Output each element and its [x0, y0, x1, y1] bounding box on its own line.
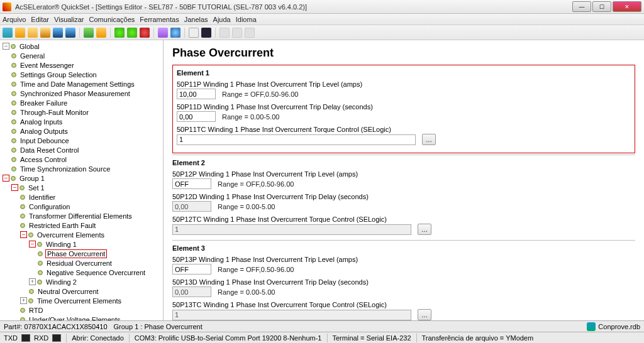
tree-item[interactable]: Winding 2	[45, 278, 78, 286]
element-1: Element 1 50P11P Winding 1 Phase Inst Ov…	[172, 65, 635, 153]
tree-item[interactable]: Analog Inputs	[19, 118, 64, 126]
50p12p-input[interactable]	[172, 178, 211, 189]
tree-group1[interactable]: Group 1	[18, 175, 46, 182]
new-icon[interactable]	[15, 28, 25, 38]
field-label: 50P11P Winding 1 Phase Inst Overcurrent …	[177, 80, 631, 88]
tree-set1[interactable]: Set 1	[27, 184, 46, 192]
tree-item[interactable]: Analog Outputs	[19, 128, 69, 135]
book-icon[interactable]	[96, 28, 106, 38]
txd-label: TXD	[4, 334, 18, 342]
field-label: 50P11D Winding 1 Phase Inst Overcurrent …	[177, 103, 631, 111]
field-label: 50P13P Winding 1 Phase Inst Overcurrent …	[172, 256, 635, 263]
tool1-icon[interactable]	[219, 28, 230, 38]
tree-winding1[interactable]: Winding 1	[45, 241, 78, 248]
tool3-icon[interactable]	[245, 28, 255, 38]
transfer-mode: Transferência de arquivo = YModem	[422, 334, 534, 342]
app-icon	[3, 3, 11, 11]
breadcrumb: Group 1 : Phase Overcurrent	[114, 323, 203, 330]
tree-item[interactable]: Time Synchronization Source	[19, 165, 111, 173]
tree-item[interactable]: RTD	[28, 307, 44, 314]
tree-item[interactable]: Settings Group Selection	[19, 71, 98, 79]
settings-tree[interactable]: –Global General Event Messenger Settings…	[0, 40, 164, 320]
field-label: 50P13TC Winding 1 Phase Inst Overcurrent…	[172, 301, 635, 308]
tree-item[interactable]: Synchronized Phasor Measurement	[19, 90, 131, 97]
element-3: Element 3 50P13P Winding 1 Phase Inst Ov…	[172, 240, 635, 320]
toolbar	[0, 25, 644, 40]
selogic-builder-button[interactable]: …	[418, 224, 431, 235]
tree-item[interactable]: Breaker Failure	[19, 99, 69, 107]
page-title: Phase Overcurrent	[172, 46, 635, 60]
play-icon[interactable]	[114, 28, 125, 38]
range-text: Range = 0.00-5.00	[218, 203, 275, 210]
menu-ajuda[interactable]: Ajuda	[213, 16, 231, 23]
tree-item[interactable]: Time and Date Management Settings	[19, 80, 136, 88]
selogic-builder-button[interactable]: …	[418, 309, 431, 320]
50p11d-input[interactable]	[177, 111, 216, 122]
menu-arquivo[interactable]: Arquivo	[3, 16, 26, 23]
tree-global[interactable]: Global	[18, 43, 41, 50]
copy-icon[interactable]	[28, 28, 38, 38]
terminal-icon[interactable]	[201, 28, 211, 38]
tree-item[interactable]: Data Reset Control	[19, 146, 80, 154]
conprove-icon	[587, 322, 596, 331]
tree-item[interactable]: Access Control	[19, 156, 68, 163]
range-text: Range = 0.00-5.00	[222, 113, 279, 121]
launch-icon[interactable]	[84, 28, 94, 38]
tree-item[interactable]: Residual Overcurrent	[45, 259, 113, 267]
element-title: Element 3	[172, 244, 635, 252]
play2-icon[interactable]	[127, 28, 137, 38]
minimize-button[interactable]: —	[572, 1, 591, 12]
tool2-icon[interactable]	[232, 28, 242, 38]
tree-item[interactable]: Through-Fault Monitor	[19, 109, 90, 116]
menu-visualizar[interactable]: Visualizar	[54, 16, 84, 23]
tree-phase-overcurrent[interactable]: Phase Overcurrent	[45, 249, 107, 258]
menu-idioma[interactable]: Idioma	[236, 16, 257, 23]
connection-status: Abrir: Conectado	[72, 334, 124, 342]
field-label: 50P12P Winding 1 Phase Inst Overcurrent …	[172, 170, 635, 178]
maximize-button[interactable]: ☐	[592, 1, 611, 12]
title-bar: AcSELerator® QuickSet - [Settings Editor…	[0, 0, 644, 14]
menu-ferramentas[interactable]: Ferramentas	[140, 16, 179, 23]
status-bar-1: Part#: 07870X1ACACX1X850410 Group 1 : Ph…	[0, 320, 644, 332]
gauge-icon[interactable]	[189, 28, 199, 38]
part-number: Part#: 07870X1ACACX1X850410	[4, 323, 108, 330]
refresh-icon[interactable]	[3, 28, 13, 38]
tree-item[interactable]: Negative Sequence Overcurrent	[45, 269, 147, 276]
status-bar-2: TXD RXD Abrir: Conectado COM3: Prolific …	[0, 332, 644, 343]
tree-item[interactable]: Under/Over Voltage Elements	[28, 316, 122, 321]
globe-icon[interactable]	[170, 28, 180, 38]
wizard-icon[interactable]	[158, 28, 168, 38]
tree-overcurrent-elements[interactable]: Overcurrent Elements	[36, 231, 106, 239]
50p11p-input[interactable]	[177, 89, 216, 99]
tree-item[interactable]: Transformer Differential Elements	[28, 212, 133, 220]
50p13tc-input	[172, 310, 411, 320]
menu-editar[interactable]: Editar	[31, 16, 49, 23]
conprove-badge: Conprove.rdb	[587, 322, 640, 331]
range-text: Range = OFF,0.50-96.00	[222, 90, 298, 98]
tree-item[interactable]: General	[19, 52, 46, 60]
tree-item[interactable]: Restricted Earth Fault	[28, 222, 97, 229]
menu-janelas[interactable]: Janelas	[184, 16, 208, 23]
menu-bar: Arquivo Editar Visualizar Comunicações F…	[0, 14, 644, 25]
tree-item[interactable]: Input Debounce	[19, 137, 70, 144]
save-icon[interactable]	[53, 28, 63, 38]
rxd-label: RXD	[34, 334, 48, 342]
stop-icon[interactable]	[140, 28, 150, 38]
save-all-icon[interactable]	[65, 28, 75, 38]
tree-item[interactable]: Time Overcurrent Elements	[36, 297, 123, 305]
open-icon[interactable]	[40, 28, 50, 38]
content-pane: Phase Overcurrent Element 1 50P11P Windi…	[164, 40, 644, 320]
tree-item[interactable]: Identifier	[28, 193, 57, 201]
selogic-builder-button[interactable]: …	[422, 134, 436, 145]
50p11tc-input[interactable]	[177, 134, 416, 145]
50p13p-input[interactable]	[172, 264, 211, 275]
50p12d-input	[172, 201, 211, 212]
field-label: 50P11TC Winding 1 Phase Inst Overcurrent…	[177, 126, 631, 133]
tree-item[interactable]: Configuration	[28, 203, 71, 210]
menu-comunicacoes[interactable]: Comunicações	[89, 16, 135, 23]
range-text: Range = OFF,0.50-96.00	[218, 266, 294, 273]
tree-item[interactable]: Neutral Overcurrent	[36, 288, 100, 295]
tree-item[interactable]: Event Messenger	[19, 62, 75, 69]
close-button[interactable]: ✕	[613, 1, 641, 12]
element-2: Element 2 50P12P Winding 1 Phase Inst Ov…	[172, 155, 635, 240]
